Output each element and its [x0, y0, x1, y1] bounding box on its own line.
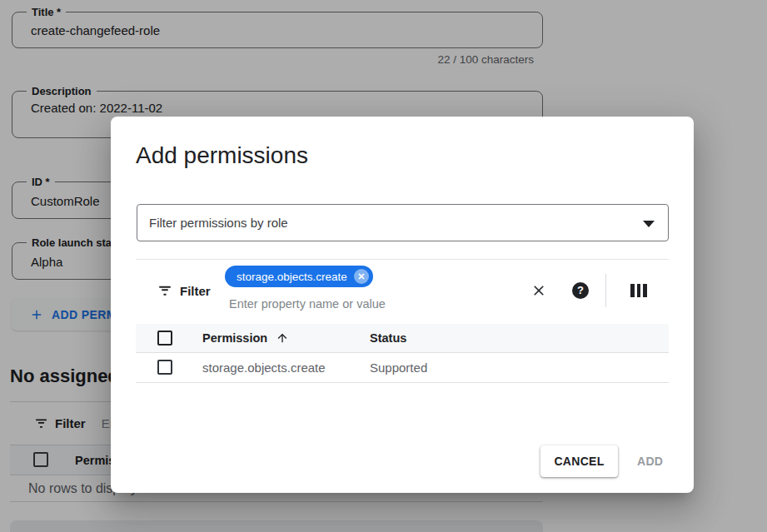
chip-remove-icon[interactable]: ✕: [354, 269, 369, 284]
add-permissions-dialog: Add permissions Filter permissions by ro…: [111, 117, 694, 493]
status-cell: Supported: [370, 353, 427, 382]
screen: Title * create-changefeed-role 22 / 100 …: [0, 0, 767, 532]
modal-filter-input[interactable]: Enter property name or value: [229, 297, 386, 311]
dialog-title: Add permissions: [136, 142, 308, 169]
help-icon[interactable]: ?: [572, 282, 589, 299]
permission-cell: storage.objects.create: [202, 353, 326, 382]
divider: [605, 274, 606, 307]
filter-chip[interactable]: storage.objects.create ✕: [225, 266, 373, 287]
permissions-table-header: Permission Status: [136, 324, 669, 353]
modal-filter-label: Filter: [180, 284, 211, 298]
filter-chip-label: storage.objects.create: [237, 271, 347, 283]
select-all-checkbox[interactable]: [157, 331, 172, 346]
table-row[interactable]: storage.objects.create Supported: [136, 353, 669, 383]
sort-ascending-icon[interactable]: [276, 331, 289, 345]
row-checkbox[interactable]: [157, 360, 172, 375]
clear-filters-icon[interactable]: [530, 282, 547, 299]
column-options-icon[interactable]: [630, 284, 647, 297]
filter-funnel-icon: [157, 283, 173, 298]
permission-column-header[interactable]: Permission: [202, 324, 267, 352]
add-button[interactable]: ADD: [637, 445, 663, 477]
filter-permissions-by-role-dropdown[interactable]: Filter permissions by role: [137, 204, 669, 241]
role-filter-placeholder: Filter permissions by role: [149, 216, 288, 230]
divider: [136, 259, 669, 260]
dropdown-arrow-icon: [643, 221, 655, 227]
cancel-button[interactable]: CANCEL: [540, 445, 618, 477]
status-column-header[interactable]: Status: [370, 324, 406, 352]
